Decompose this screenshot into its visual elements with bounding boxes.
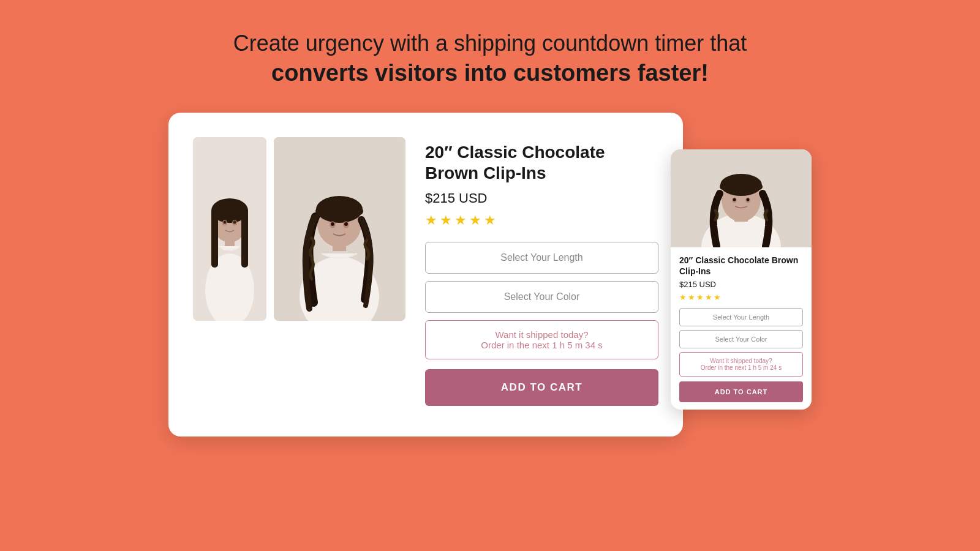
select-length-button[interactable]: Select Your Length [425, 242, 658, 274]
product-images [193, 137, 405, 406]
svg-point-20 [331, 222, 334, 226]
header: Create urgency with a shipping countdown… [233, 29, 747, 88]
svg-point-11 [233, 221, 236, 224]
svg-point-30 [733, 198, 736, 201]
star-5: ★ [484, 212, 496, 228]
mobile-star-5: ★ [714, 293, 721, 302]
product-image-large [274, 137, 405, 321]
mobile-star-4: ★ [705, 293, 712, 302]
svg-point-10 [224, 221, 227, 224]
mobile-star-1: ★ [679, 293, 687, 302]
header-line2: converts visitors into customers faster! [233, 58, 747, 88]
svg-rect-7 [216, 204, 243, 214]
select-color-button[interactable]: Select Your Color [425, 281, 658, 313]
svg-rect-6 [241, 209, 248, 268]
mobile-star-2: ★ [688, 293, 695, 302]
timer-want-text: Want it shipped today? [435, 329, 648, 340]
mobile-select-color-button[interactable]: Select Your Color [679, 330, 803, 348]
mobile-add-to-cart-button[interactable]: ADD TO CART [679, 381, 803, 402]
timer-box: Want it shipped today? Order in the next… [425, 320, 658, 359]
header-line1: Create urgency with a shipping countdown… [233, 29, 747, 58]
mobile-product-title: 20″ Classic Chocolate Brown Clip-Ins [679, 255, 803, 277]
timer-countdown-text: Order in the next 1 h 5 m 34 s [435, 340, 648, 350]
product-info: 20″ Classic Chocolate Brown Clip-Ins $21… [425, 137, 658, 406]
star-2: ★ [440, 212, 452, 228]
svg-rect-5 [211, 209, 218, 268]
add-to-cart-button[interactable]: ADD TO CART [425, 369, 658, 406]
mobile-timer-box: Want it shipped today? Order in the next… [679, 352, 803, 377]
star-4: ★ [469, 212, 481, 228]
star-rating: ★ ★ ★ ★ ★ [425, 212, 658, 228]
mobile-star-rating: ★ ★ ★ ★ ★ [679, 293, 803, 302]
star-1: ★ [425, 212, 437, 228]
mobile-info: 20″ Classic Chocolate Brown Clip-Ins $21… [671, 247, 812, 409]
mobile-timer-countdown-text: Order in the next 1 h 5 m 24 s [686, 364, 796, 371]
svg-point-21 [344, 222, 348, 226]
mobile-star-3: ★ [696, 293, 704, 302]
svg-rect-17 [315, 208, 363, 215]
svg-point-31 [747, 198, 750, 201]
desktop-card: 20″ Classic Chocolate Brown Clip-Ins $21… [168, 113, 683, 437]
svg-rect-27 [720, 184, 763, 190]
content-area: 20″ Classic Chocolate Brown Clip-Ins $21… [168, 113, 812, 437]
star-3: ★ [454, 212, 467, 228]
mobile-timer-want-text: Want it shipped today? [686, 358, 796, 364]
mobile-product-price: $215 USD [679, 280, 803, 289]
product-price: $215 USD [425, 190, 658, 206]
mobile-product-image [671, 149, 812, 247]
mobile-select-length-button[interactable]: Select Your Length [679, 308, 803, 326]
mobile-card: 20″ Classic Chocolate Brown Clip-Ins $21… [671, 149, 812, 409]
product-image-small [193, 137, 266, 321]
product-title: 20″ Classic Chocolate Brown Clip-Ins [425, 142, 658, 183]
